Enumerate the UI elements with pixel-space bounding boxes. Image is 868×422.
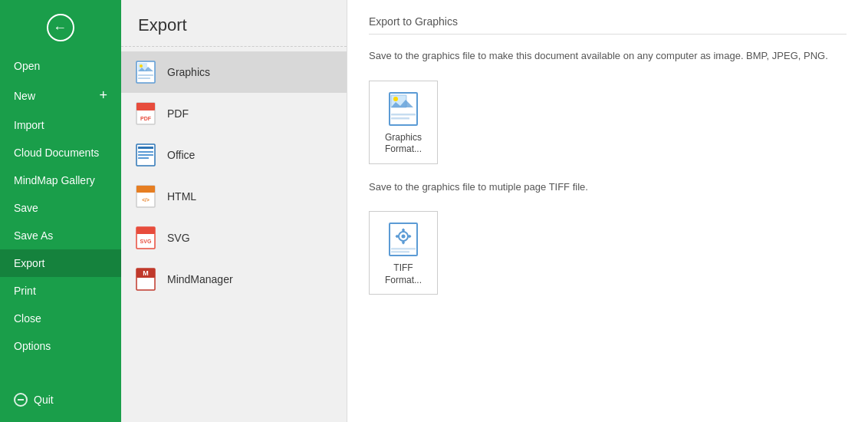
sidebar-item-close[interactable]: Close bbox=[0, 305, 121, 332]
sidebar-item-save-as[interactable]: Save As bbox=[0, 222, 121, 249]
export-item-office[interactable]: Office bbox=[121, 134, 347, 176]
sidebar-item-new[interactable]: New + bbox=[0, 80, 121, 111]
sidebar-item-label: Save As bbox=[14, 229, 53, 242]
svg-rect-27 bbox=[391, 114, 416, 116]
sidebar-item-label: MindMap Gallery bbox=[14, 174, 95, 186]
svg-text:PDF: PDF bbox=[140, 116, 152, 121]
export-item-html[interactable]: </> HTML bbox=[121, 176, 347, 217]
svg-text:M: M bbox=[143, 269, 149, 277]
sidebar-item-print[interactable]: Print bbox=[0, 277, 121, 305]
office-file-icon bbox=[135, 144, 156, 166]
sidebar-item-label: Options bbox=[14, 340, 51, 352]
back-circle-icon[interactable]: ← bbox=[47, 14, 74, 41]
sidebar-item-label: New bbox=[14, 90, 35, 102]
graphics-file-icon bbox=[135, 61, 156, 83]
export-item-label: SVG bbox=[167, 232, 190, 244]
export-item-graphics[interactable]: Graphics bbox=[121, 51, 347, 93]
sidebar-item-label: Close bbox=[14, 312, 41, 325]
svg-rect-5 bbox=[138, 77, 150, 79]
back-button[interactable]: ← bbox=[0, 0, 121, 52]
content-divider-1 bbox=[369, 34, 847, 35]
tiff-format-card-icon bbox=[389, 223, 418, 256]
svg-rect-11 bbox=[138, 151, 153, 153]
quit-label: Quit bbox=[34, 394, 54, 406]
svg-rect-28 bbox=[391, 117, 409, 120]
svg-file-icon: SVG bbox=[135, 227, 156, 249]
format-cards-row-1: Graphics Format... bbox=[369, 81, 847, 164]
tiff-format-card-label: TIFF Format... bbox=[377, 262, 429, 286]
svg-rect-7 bbox=[136, 103, 155, 110]
svg-point-2 bbox=[140, 64, 143, 68]
sidebar-item-label: Export bbox=[14, 257, 44, 269]
sidebar-item-label: Print bbox=[14, 285, 36, 297]
back-arrow-icon: ← bbox=[53, 21, 67, 35]
content-description-2: Save to the graphics file to mutiple pag… bbox=[369, 180, 847, 195]
sidebar-item-label: Save bbox=[14, 202, 38, 214]
export-item-label: PDF bbox=[167, 107, 189, 120]
sidebar-item-label: Open bbox=[14, 60, 40, 72]
sidebar-item-label: Import bbox=[14, 119, 44, 131]
export-title: Export bbox=[121, 0, 347, 46]
pdf-file-icon: PDF bbox=[135, 103, 156, 124]
svg-point-31 bbox=[402, 235, 406, 239]
sidebar-item-label: Cloud Documents bbox=[14, 147, 99, 159]
quit-icon bbox=[14, 393, 28, 407]
sidebar-item-export[interactable]: Export bbox=[0, 249, 121, 277]
export-divider bbox=[121, 46, 347, 47]
svg-rect-29 bbox=[390, 223, 417, 256]
svg-rect-10 bbox=[138, 147, 153, 149]
plus-icon: + bbox=[99, 87, 107, 104]
svg-rect-18 bbox=[136, 227, 155, 234]
sidebar-item-open[interactable]: Open bbox=[0, 52, 121, 80]
html-file-icon: </> bbox=[135, 186, 156, 207]
svg-rect-40 bbox=[391, 248, 416, 250]
export-item-mindmanager[interactable]: M MindManager bbox=[121, 259, 347, 300]
svg-rect-12 bbox=[138, 154, 153, 156]
svg-rect-41 bbox=[391, 251, 409, 253]
quit-button[interactable]: Quit bbox=[0, 385, 121, 414]
sidebar-item-save[interactable]: Save bbox=[0, 194, 121, 222]
content-description-1: Save to the graphics file to make this d… bbox=[369, 48, 847, 64]
minus-line bbox=[18, 399, 24, 401]
sidebar-item-cloud-documents[interactable]: Cloud Documents bbox=[0, 139, 121, 166]
svg-rect-15 bbox=[136, 186, 155, 193]
sidebar-item-import[interactable]: Import bbox=[0, 111, 121, 139]
export-item-label: MindManager bbox=[167, 273, 233, 285]
svg-text:</>: </> bbox=[142, 197, 150, 203]
svg-rect-13 bbox=[138, 157, 149, 159]
export-item-pdf[interactable]: PDF PDF bbox=[121, 93, 347, 134]
mindmanager-file-icon: M bbox=[135, 269, 156, 290]
tiff-format-card[interactable]: TIFF Format... bbox=[369, 211, 438, 295]
export-item-label: Office bbox=[167, 149, 195, 161]
svg-text:SVG: SVG bbox=[140, 239, 152, 244]
svg-point-25 bbox=[393, 97, 398, 101]
content-panel: Export to Graphics Save to the graphics … bbox=[347, 0, 868, 422]
graphics-format-card-label: Graphics Format... bbox=[377, 132, 429, 156]
export-item-label: HTML bbox=[167, 190, 196, 203]
sidebar: ← Open New + Import Cloud Documents Mind… bbox=[0, 0, 121, 422]
svg-rect-4 bbox=[138, 74, 153, 76]
middle-panel: Export Graphics PDF PDF bbox=[121, 0, 347, 422]
graphics-format-card-icon bbox=[389, 92, 418, 126]
content-section-title: Export to Graphics bbox=[369, 15, 847, 28]
export-item-label: Graphics bbox=[167, 66, 210, 78]
sidebar-item-options[interactable]: Options bbox=[0, 332, 121, 360]
format-cards-row-2: TIFF Format... bbox=[369, 211, 847, 295]
sidebar-item-mindmap-gallery[interactable]: MindMap Gallery bbox=[0, 166, 121, 194]
graphics-format-card[interactable]: Graphics Format... bbox=[369, 81, 438, 164]
export-item-svg[interactable]: SVG SVG bbox=[121, 217, 347, 259]
